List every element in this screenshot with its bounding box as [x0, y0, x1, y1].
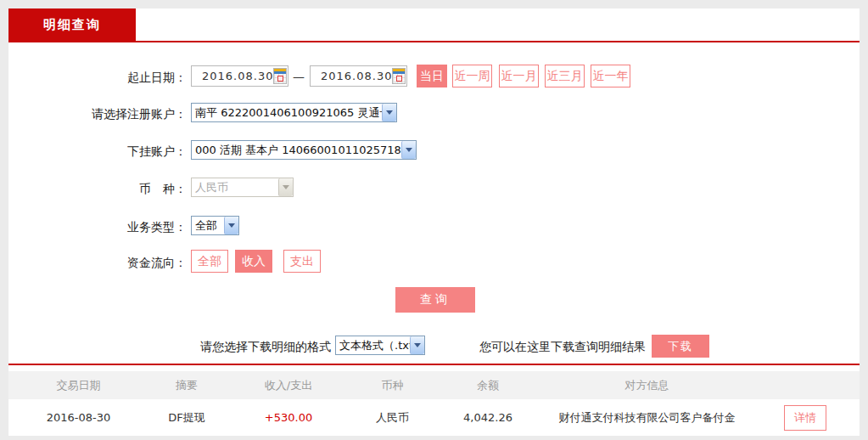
detail-button[interactable]: 详情: [784, 405, 826, 431]
register-account-label: 请选择注册账户：: [8, 107, 187, 122]
query-button[interactable]: 查询: [395, 287, 475, 313]
header-transaction-date: 交易日期: [8, 378, 148, 393]
fund-flow-all-button[interactable]: 全部: [191, 250, 228, 273]
header-balance: 余额: [433, 378, 543, 393]
start-date-input[interactable]: 2016.08.30: [191, 65, 288, 87]
end-date-input[interactable]: 2016.08.30: [310, 65, 407, 87]
business-type-value: 全部: [192, 218, 224, 234]
chevron-down-icon[interactable]: [382, 104, 396, 121]
cell-balance: 4,042.26: [433, 411, 543, 424]
sub-account-label: 下挂账户：: [8, 144, 187, 160]
cell-amount: +530.00: [225, 411, 352, 424]
cell-currency: 人民币: [352, 410, 433, 426]
fund-flow-expense-button[interactable]: 支出: [283, 250, 321, 273]
red-divider-bottom: [8, 364, 860, 365]
business-type-label: 业务类型：: [8, 220, 187, 235]
detail-query-page: 明细查询 起止日期： 2016.08.30 — 2016.08.30 当日 近一…: [0, 0, 868, 440]
fund-flow-label: 资金流向：: [8, 256, 187, 271]
date-separator: —: [293, 70, 305, 83]
calendar-icon[interactable]: [273, 68, 287, 84]
chevron-down-icon[interactable]: [410, 336, 424, 354]
register-account-select[interactable]: 南平 6222001406100921065 灵通卡: [191, 103, 397, 122]
header-counterparty: 对方信息: [543, 378, 751, 393]
chevron-down-icon: [278, 178, 293, 196]
cell-summary: DF提现: [148, 410, 225, 426]
quick-range-year-button[interactable]: 近一年: [591, 65, 630, 87]
start-date-value: 2016.08.30: [192, 70, 273, 82]
quick-range-week-button[interactable]: 近一周: [452, 65, 492, 87]
header-income-expense: 收入/支出: [225, 378, 352, 393]
chevron-down-icon[interactable]: [401, 141, 416, 159]
header-summary: 摘要: [148, 378, 225, 393]
tab-detail-query[interactable]: 明细查询: [8, 8, 136, 41]
date-range-label: 起止日期：: [8, 71, 187, 86]
download-format-value: 文本格式（.txt）: [336, 338, 410, 353]
fund-flow-income-button[interactable]: 收入: [235, 250, 272, 273]
table-row: 2016-08-30 DF提现 +530.00 人民币 4,042.26 财付通…: [8, 399, 860, 436]
table-header-row: 交易日期 摘要 收入/支出 币种 余额 对方信息: [8, 371, 860, 399]
chevron-down-icon[interactable]: [224, 217, 238, 234]
currency-value: 人民币: [192, 180, 278, 195]
red-divider-top: [8, 41, 860, 42]
register-account-value: 南平 6222001406100921065 灵通卡: [192, 105, 382, 121]
business-type-select[interactable]: 全部: [191, 216, 239, 235]
download-format-select[interactable]: 文本格式（.txt）: [335, 336, 425, 355]
quick-range-today-button[interactable]: 当日: [417, 65, 447, 87]
sub-account-select[interactable]: 000 活期 基本户 1406600101102571848: [191, 140, 417, 160]
header-currency: 币种: [352, 378, 433, 393]
download-button[interactable]: 下载: [652, 335, 709, 358]
currency-label: 币 种：: [8, 182, 187, 197]
sub-account-value: 000 活期 基本户 1406600101102571848: [192, 143, 401, 158]
quick-range-month-button[interactable]: 近一月: [499, 65, 539, 87]
currency-select: 人民币: [191, 178, 294, 197]
quick-range-3months-button[interactable]: 近三月: [545, 65, 585, 87]
cell-transaction-date: 2016-08-30: [8, 411, 148, 424]
calendar-icon[interactable]: [392, 68, 406, 84]
download-hint-text: 您可以在这里下载查询明细结果: [479, 340, 646, 355]
cell-counterparty: 财付通支付科技有限公司客户备付金: [543, 410, 751, 426]
end-date-value: 2016.08.30: [311, 70, 392, 82]
download-format-label: 请您选择下载明细的格式: [127, 340, 331, 355]
